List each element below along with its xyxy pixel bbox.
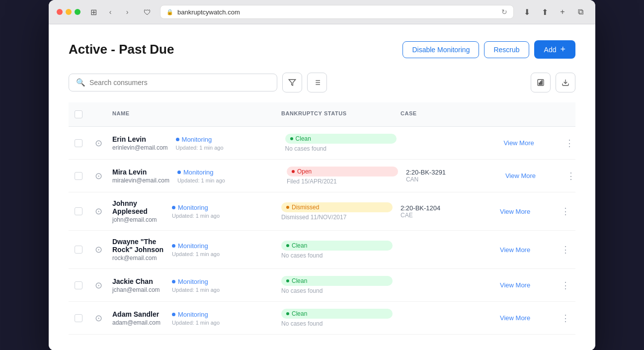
row-status-icon: ⊙ bbox=[95, 280, 102, 291]
table-row: ⊙ Adam Sandler adam@email.com Monitoring… bbox=[69, 302, 575, 335]
close-button[interactable] bbox=[57, 9, 63, 15]
row-menu-button[interactable]: ⋮ bbox=[560, 133, 579, 154]
case-cell bbox=[397, 280, 496, 290]
row-menu-button[interactable]: ⋮ bbox=[556, 239, 575, 260]
url-text: bankruptcywatch.com bbox=[177, 8, 240, 16]
select-all-checkbox[interactable] bbox=[75, 110, 82, 118]
view-more-link[interactable]: View More bbox=[501, 167, 561, 184]
svg-rect-10 bbox=[542, 81, 542, 85]
sidebar-toggle-button[interactable]: ⊞ bbox=[86, 5, 100, 19]
case-cell: 2:20-BK-3291 CAN bbox=[402, 164, 501, 188]
name-cell: Adam Sandler adam@email.com bbox=[108, 305, 168, 331]
reload-icon[interactable]: ↻ bbox=[501, 8, 507, 16]
chart-button[interactable] bbox=[531, 73, 551, 92]
row-checkbox[interactable] bbox=[75, 246, 82, 254]
case-cell bbox=[401, 138, 500, 148]
case-column-header: CASE bbox=[397, 107, 496, 121]
table-row: ⊙ Jackie Chan jchan@email.com Monitoring… bbox=[69, 269, 575, 302]
row-status-icon: ⊙ bbox=[95, 206, 102, 217]
search-icon: 🔍 bbox=[76, 78, 85, 87]
view-more-link[interactable]: View More bbox=[500, 134, 560, 152]
new-tab-icon[interactable]: + bbox=[556, 5, 569, 19]
row-menu-button[interactable]: ⋮ bbox=[556, 201, 575, 222]
download-icon[interactable]: ⬇ bbox=[520, 5, 534, 19]
forward-button[interactable]: › bbox=[120, 5, 134, 19]
add-button[interactable]: Add + bbox=[534, 40, 575, 59]
table-header: NAME BANKRUPTCY STATUS CASE bbox=[69, 102, 575, 127]
bankruptcy-cell: Clean No cases found bbox=[277, 271, 397, 299]
monitoring-cell: Monitoring Updated: 1 min ago bbox=[168, 306, 277, 331]
row-status-icon: ⊙ bbox=[95, 171, 102, 181]
name-cell: Mira Levin miralevin@email.com bbox=[108, 163, 173, 189]
bankruptcy-cell: Clean No cases found bbox=[281, 129, 401, 157]
row-checkbox[interactable] bbox=[75, 139, 82, 147]
monitoring-cell: Monitoring Updated: 1 min ago bbox=[168, 199, 277, 224]
bankruptcy-cell: Dismissed Dismissed 11/NOV/2017 bbox=[277, 197, 397, 226]
row-menu-button[interactable]: ⋮ bbox=[556, 308, 575, 329]
minimize-button[interactable] bbox=[66, 9, 72, 15]
share-icon[interactable]: ⬆ bbox=[538, 5, 552, 19]
name-cell: Dwayne "The Rock" Johnson rock@email.com bbox=[108, 233, 168, 266]
filter-button[interactable] bbox=[282, 73, 302, 92]
monitoring-cell: Monitoring Updated: 1 min ago bbox=[168, 273, 277, 298]
tabs-icon[interactable]: ⧉ bbox=[573, 5, 587, 19]
svg-marker-0 bbox=[289, 80, 295, 86]
toolbar: 🔍 bbox=[69, 73, 575, 92]
traffic-lights bbox=[57, 9, 80, 15]
case-cell: 2:20-BK-1204 CAE bbox=[397, 199, 496, 224]
case-cell bbox=[397, 245, 496, 255]
data-table: NAME BANKRUPTCY STATUS CASE ⊙ bbox=[69, 102, 575, 335]
bankruptcy-status-column-header: BANKRUPTCY STATUS bbox=[277, 107, 397, 121]
row-status-icon: ⊙ bbox=[95, 313, 102, 324]
name-cell: Johnny Appleseed john@email.com bbox=[108, 194, 168, 228]
page-header: Active - Past Due Disable Monitoring Res… bbox=[69, 40, 575, 59]
lock-icon: 🔒 bbox=[166, 9, 173, 15]
row-status-icon: ⊙ bbox=[95, 244, 102, 255]
view-more-link[interactable]: View More bbox=[496, 309, 556, 327]
download-data-button[interactable] bbox=[556, 73, 575, 92]
page-title: Active - Past Due bbox=[69, 42, 174, 57]
row-checkbox[interactable] bbox=[75, 314, 82, 322]
view-more-link[interactable]: View More bbox=[496, 276, 556, 294]
table-row: ⊙ Erin Levin erinlevin@email.com Monitor… bbox=[69, 127, 575, 160]
address-bar[interactable]: 🔒 bankruptcywatch.com ↻ bbox=[160, 5, 514, 19]
row-status-icon: ⊙ bbox=[95, 138, 102, 149]
name-column-header: NAME bbox=[108, 107, 168, 121]
monitoring-cell: Monitoring Updated: 1 min ago bbox=[168, 237, 277, 262]
back-button[interactable]: ‹ bbox=[103, 5, 117, 19]
monitoring-cell: Monitoring Updated: 1 min ago bbox=[173, 164, 283, 188]
rescrub-button[interactable]: Rescrub bbox=[484, 41, 529, 58]
monitoring-cell: Monitoring Updated: 1 min ago bbox=[172, 131, 281, 156]
table-row: ⊙ Dwayne "The Rock" Johnson rock@email.c… bbox=[69, 231, 575, 269]
plus-icon: + bbox=[560, 44, 565, 55]
row-menu-button[interactable]: ⋮ bbox=[561, 166, 581, 186]
bankruptcy-cell: Clean No cases found bbox=[277, 304, 397, 332]
bankruptcy-cell: Open Filed 15/APR/2021 bbox=[283, 162, 402, 190]
row-checkbox[interactable] bbox=[75, 172, 82, 180]
name-cell: Erin Levin erinlevin@email.com bbox=[108, 130, 172, 156]
row-menu-button[interactable]: ⋮ bbox=[556, 275, 575, 296]
sort-button[interactable] bbox=[307, 73, 327, 92]
row-checkbox[interactable] bbox=[75, 281, 82, 289]
svg-rect-9 bbox=[540, 82, 541, 85]
row-checkbox[interactable] bbox=[75, 207, 82, 215]
view-more-link[interactable]: View More bbox=[496, 241, 556, 259]
search-box[interactable]: 🔍 bbox=[69, 74, 277, 91]
table-row: ⊙ Johnny Appleseed john@email.com Monito… bbox=[69, 192, 575, 231]
bankruptcy-cell: Clean No cases found bbox=[277, 236, 397, 264]
view-more-link[interactable]: View More bbox=[496, 203, 556, 220]
disable-monitoring-button[interactable]: Disable Monitoring bbox=[402, 41, 479, 58]
svg-rect-8 bbox=[539, 83, 540, 85]
maximize-button[interactable] bbox=[75, 9, 80, 15]
shield-icon: 🛡 bbox=[140, 5, 154, 19]
case-cell bbox=[397, 313, 496, 323]
name-cell: Jackie Chan jchan@email.com bbox=[108, 272, 168, 298]
table-row: ⊙ Mira Levin miralevin@email.com Monitor… bbox=[69, 160, 575, 192]
header-actions: Disable Monitoring Rescrub Add + bbox=[402, 40, 575, 59]
search-input[interactable] bbox=[89, 79, 270, 87]
